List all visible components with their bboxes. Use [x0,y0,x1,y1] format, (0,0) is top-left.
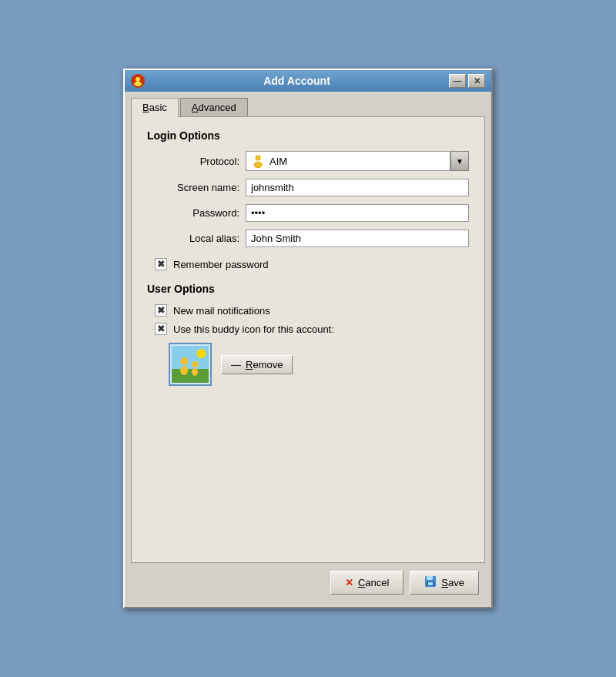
remember-password-checkbox[interactable]: ✖ [155,258,167,270]
button-row: ✕ Cancel Save [131,563,485,601]
svg-point-9 [180,357,188,365]
protocol-select-wrapper: AIM ▼ [246,151,469,171]
protocol-select-display[interactable]: AIM [246,151,450,171]
buddy-icon-box[interactable] [169,343,212,386]
password-label: Password: [155,207,239,219]
new-mail-label: New mail notifications [173,305,270,317]
svg-point-10 [180,366,188,375]
window-icon [131,74,145,88]
password-input[interactable] [246,204,469,222]
new-mail-row: ✖ New mail notifications [155,304,469,317]
save-label: Save [441,577,464,588]
tab-basic[interactable]: Basic [131,98,179,117]
svg-rect-7 [172,369,209,383]
svg-point-8 [196,349,206,358]
titlebar: Add Account — ✕ [125,70,491,92]
remove-icon: — [231,359,241,370]
tab-bar: Basic Advanced [131,98,485,116]
protocol-value: AIM [270,156,287,167]
buddy-icon-row: ✖ Use this buddy icon for this account: [155,323,469,335]
svg-point-4 [256,156,260,160]
cancel-label: Cancel [358,577,389,588]
save-button[interactable]: Save [410,571,479,595]
remember-password-row: ✖ Remember password [155,258,469,270]
protocol-dropdown-button[interactable]: ▼ [450,151,469,171]
remove-label: Remove [246,359,283,370]
save-floppy-icon [424,575,437,588]
close-button[interactable]: ✕ [468,74,485,88]
local-alias-label: Local alias: [155,233,239,244]
minimize-button[interactable]: — [449,74,466,88]
tab-advanced[interactable]: Advanced [180,98,248,116]
svg-rect-14 [427,576,433,580]
buddy-icon-area: — Remove [169,343,469,386]
screen-name-input[interactable] [246,179,469,196]
user-options-section: ✖ New mail notifications ✖ Use this budd… [147,304,469,386]
cancel-button[interactable]: ✕ Cancel [330,571,403,595]
protocol-label: Protocol: [155,156,239,167]
svg-rect-16 [428,582,433,585]
local-alias-input[interactable] [246,230,469,247]
svg-point-11 [192,361,198,367]
remember-password-label: Remember password [173,259,269,270]
window-controls: — ✕ [449,74,485,88]
login-options-header: Login Options [147,129,469,142]
tab-content-basic: Login Options Protocol: AIM [131,116,485,563]
svg-point-1 [134,82,142,86]
buddy-icon-image [172,346,209,383]
new-mail-checkbox[interactable]: ✖ [155,304,167,317]
window-title: Add Account [145,75,449,87]
svg-point-12 [192,368,198,376]
add-account-window: Add Account — ✕ Basic Advanced Login Opt… [123,69,493,608]
buddy-icon-checkbox[interactable]: ✖ [155,323,167,335]
buddy-icon-label: Use this buddy icon for this account: [173,323,334,335]
user-options-header: User Options [147,283,469,295]
window-body: Basic Advanced Login Options Protocol: [125,92,491,607]
login-form: Protocol: AIM ▼ Scree [155,151,469,247]
remove-button[interactable]: — Remove [221,355,293,374]
screen-name-label: Screen name: [155,182,239,193]
svg-point-0 [136,77,140,82]
svg-point-5 [255,162,262,166]
aim-icon [251,154,265,168]
save-icon [424,575,437,590]
cancel-icon: ✕ [345,577,353,588]
